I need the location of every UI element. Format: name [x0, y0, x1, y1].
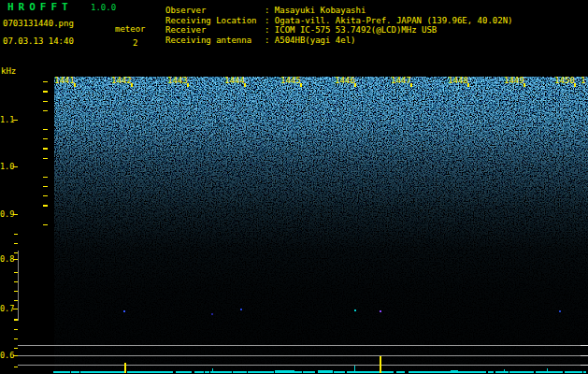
- freq-axis-major-tick: [13, 355, 18, 356]
- time-axis-tick: [467, 83, 469, 87]
- echo-dot: [211, 313, 213, 315]
- freq-axis-minor-tick: [14, 281, 19, 282]
- signal-trace-segment: [318, 370, 333, 373]
- signal-trace-segment: [233, 371, 248, 373]
- signal-trace-segment: [303, 371, 315, 373]
- info-value: Masayuki Kobayashi: [275, 6, 366, 15]
- time-axis-tick: [244, 83, 246, 87]
- signal-trace-segment: [88, 371, 98, 373]
- time-axis-label: 1450: [554, 76, 575, 85]
- echo-dot: [354, 309, 356, 311]
- freq-axis-minor-tick: [14, 291, 19, 292]
- signal-trace-segment: [279, 370, 294, 373]
- signal-trace-segment: [426, 371, 434, 373]
- freq-axis-major-tick: [13, 166, 18, 167]
- signal-trace-segment: [294, 371, 302, 373]
- time-axis-tick: [131, 83, 133, 87]
- freq-axis-unit: kHz: [1, 66, 16, 76]
- observer-info-block: Observer: Masayuki KobayashiReceiving Lo…: [165, 6, 513, 46]
- echo-dot: [240, 309, 242, 310]
- app-title: HROFFT: [7, 1, 73, 13]
- freq-axis-minor-tick: [43, 110, 49, 111]
- level-spike: [124, 363, 126, 373]
- signal-trace-segment: [509, 371, 525, 373]
- info-separator: :: [265, 36, 275, 45]
- echo-dot: [380, 310, 381, 312]
- signal-trace-segment: [396, 371, 405, 373]
- signal-trace-segment: [194, 371, 204, 373]
- level-panel-line-endtick: [581, 345, 588, 346]
- freq-axis-minor-tick: [43, 205, 49, 206]
- freq-axis-minor-tick: [43, 186, 49, 187]
- intensity-fade-overlay: [54, 77, 588, 373]
- info-label: Receiver: [165, 25, 265, 36]
- signal-trace-segment: [176, 371, 191, 373]
- level-axis-vertical-line: [18, 251, 19, 321]
- info-value: Ogata-vill. Akita-Pref. JAPAN (139.96E, …: [275, 16, 513, 25]
- signal-trace-segment: [488, 371, 495, 373]
- info-row: Observer: Masayuki Kobayashi: [165, 6, 513, 16]
- datetime-label: 07.03.13 14:40: [3, 36, 74, 46]
- freq-axis-minor-tick: [14, 348, 19, 349]
- signal-trace-segment: [219, 371, 231, 373]
- freq-axis-major-tick: [13, 120, 18, 121]
- signal-trace-segment: [205, 371, 209, 373]
- signal-trace-segment: [275, 370, 279, 373]
- signal-trace-segment: [334, 371, 346, 373]
- level-spike: [504, 369, 505, 373]
- signal-trace-segment: [157, 371, 173, 373]
- level-spike: [212, 368, 213, 373]
- level-panel-line: [18, 365, 588, 366]
- signal-trace-segment: [146, 371, 156, 373]
- freq-axis-minor-tick: [14, 338, 19, 339]
- freq-axis-minor-tick: [14, 329, 19, 330]
- signal-trace-segment: [471, 371, 486, 373]
- level-spike: [354, 366, 355, 373]
- signal-trace-segment: [583, 371, 586, 373]
- freq-axis-minor-tick: [43, 81, 49, 82]
- time-axis-label: 1448: [448, 76, 468, 85]
- info-value: ICOM IC-575 53.7492(@LCD)MHz USB: [275, 25, 437, 35]
- info-value: A504HB(yagi 4el): [275, 36, 356, 45]
- freq-axis-minor-tick: [43, 224, 49, 225]
- time-axis-label: 1446: [335, 76, 355, 85]
- time-axis-tick: [523, 83, 525, 87]
- level-panel-line-endtick: [581, 355, 588, 356]
- freq-axis-minor-tick: [43, 148, 49, 149]
- time-axis-label: 1: [581, 76, 585, 85]
- time-axis-tick: [74, 83, 76, 87]
- info-label: Receiving antenna: [165, 36, 265, 46]
- signal-trace-segment: [525, 371, 534, 373]
- output-filename: 0703131440.png: [3, 19, 74, 28]
- info-separator: :: [265, 25, 275, 35]
- info-row: Receiving antenna: A504HB(yagi 4el): [165, 36, 513, 46]
- time-axis-label: 1443: [167, 76, 188, 85]
- signal-trace-segment: [495, 371, 502, 373]
- level-panel-line: [18, 345, 588, 346]
- signal-trace-segment: [210, 371, 219, 373]
- freq-axis-minor-tick: [14, 243, 19, 244]
- spectrogram-canvas: [54, 77, 588, 373]
- time-axis-label: 1445: [280, 76, 301, 85]
- freq-axis-major-tick: [13, 259, 18, 260]
- info-label: Receiving Location: [165, 16, 265, 26]
- time-axis-tick: [410, 83, 412, 87]
- freq-axis-minor-tick: [14, 234, 19, 235]
- time-axis-tick: [354, 83, 356, 87]
- signal-trace-segment: [127, 371, 133, 373]
- signal-trace-segment: [434, 371, 450, 373]
- signal-trace-segment: [361, 371, 378, 373]
- app-version: 1.0.0: [91, 3, 116, 12]
- level-spike: [547, 368, 548, 373]
- signal-trace-segment: [133, 371, 146, 373]
- signal-trace-segment: [565, 371, 582, 373]
- freq-axis-minor-tick: [43, 177, 49, 178]
- info-row: Receiver: ICOM IC-575 53.7492(@LCD)MHz U…: [165, 25, 513, 36]
- signal-trace-segment: [71, 371, 80, 373]
- info-row: Receiving Location: Ogata-vill. Akita-Pr…: [165, 16, 513, 26]
- echo-dot: [123, 310, 125, 312]
- echo-dot: [559, 310, 561, 312]
- info-separator: :: [265, 6, 275, 15]
- time-axis-label: 1442: [111, 76, 132, 85]
- freq-axis-minor-tick: [43, 158, 49, 159]
